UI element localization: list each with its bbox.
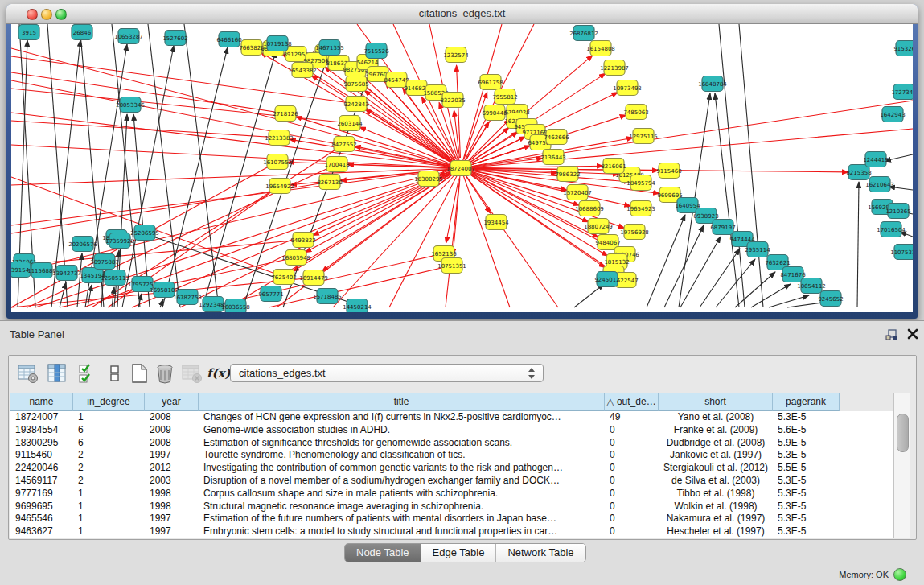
table-row[interactable]: 2242004622012Investigating the contribut…	[10, 462, 840, 475]
graph-node[interactable]: 1700418	[324, 157, 349, 172]
graph-node[interactable]: 12213987	[600, 60, 629, 76]
graph-node[interactable]: 7986322	[555, 167, 580, 182]
table-row[interactable]: 969969511998Structural magnetic resonanc…	[10, 501, 840, 513]
function-icon[interactable]: f(x)	[207, 362, 229, 385]
graph-node[interactable]: 12213383	[265, 130, 294, 146]
graph-node[interactable]: 1232574	[443, 47, 469, 63]
scrollbar-thumb[interactable]	[897, 414, 909, 452]
graph-node[interactable]: 20206576	[68, 237, 97, 252]
graph-node[interactable]: 17359928	[105, 233, 134, 249]
graph-node[interactable]: 1934454	[483, 215, 509, 230]
graph-node[interactable]: 8216061	[601, 159, 626, 174]
table-selector-dropdown[interactable]: citations_edges.txt	[230, 364, 544, 382]
graph-node[interactable]: 10975887	[90, 254, 119, 270]
graph-node[interactable]: 18300295	[414, 171, 443, 187]
graph-node[interactable]: 15720407	[563, 185, 592, 200]
graph-node[interactable]: 9657771	[258, 286, 283, 302]
network-view[interactable]: 8912954182260839827506165433828186328982…	[11, 24, 913, 312]
graph-node[interactable]: 16154808	[586, 41, 615, 56]
graph-node[interactable]: 19654922	[265, 179, 294, 194]
graph-node[interactable]: 20053346	[116, 97, 145, 113]
graph-node[interactable]: 18724007	[446, 161, 475, 176]
table-row[interactable]: 1872400712008Changes of HCN gene express…	[10, 411, 840, 424]
graph-node[interactable]: 10719138	[263, 36, 292, 51]
tab-node-table[interactable]: Node Table	[345, 544, 421, 562]
vertical-scrollbar[interactable]	[893, 393, 910, 538]
graph-node[interactable]: 8427552	[331, 137, 356, 152]
graph-node[interactable]: 16036558	[221, 299, 250, 313]
graph-node[interactable]: 2603144	[337, 116, 363, 131]
graph-node[interactable]: 1244419	[863, 152, 888, 167]
graph-node[interactable]: 7625402	[271, 270, 296, 285]
graph-node[interactable]: 7485063	[623, 105, 648, 120]
table-row[interactable]: 946554611997Estimation of the future num…	[10, 513, 840, 525]
table-columns-icon[interactable]	[46, 362, 68, 385]
graph-node[interactable]: 2935114	[745, 242, 770, 257]
graph-node[interactable]: 9245012	[594, 272, 619, 287]
table-row[interactable]: 1456911722003Disruption of a novel membe…	[10, 475, 840, 488]
table-row[interactable]: 1830029562008Estimation of significance …	[10, 437, 840, 450]
graph-node[interactable]: 25206595	[130, 225, 159, 241]
graph-node[interactable]: 6990448	[482, 105, 507, 121]
table-settings-icon[interactable]	[17, 362, 39, 385]
graph-node[interactable]: 2136443	[540, 150, 565, 165]
graph-node[interactable]: 1210365	[885, 204, 910, 219]
table-row[interactable]: 977716911998Corpus callosum shape and si…	[10, 488, 840, 501]
column-header-short[interactable]: short	[659, 393, 773, 411]
graph-node[interactable]: 6879197	[710, 220, 735, 235]
graph-node[interactable]: 16210643	[865, 177, 894, 192]
tab-network-table[interactable]: Network Table	[496, 544, 585, 562]
graph-node[interactable]: 1727342	[891, 84, 913, 100]
column-header-out-degree[interactable]: △ out_de…	[605, 393, 659, 411]
graph-node[interactable]: 8267130	[317, 175, 342, 190]
graph-node[interactable]: 12505113	[101, 270, 129, 286]
graph-node[interactable]: 9242843	[343, 97, 368, 112]
graph-node[interactable]: 14671355	[315, 40, 344, 56]
graph-node[interactable]: 16848784	[698, 76, 727, 92]
table-row[interactable]: 946362711997Embryonic stem cells: a mode…	[10, 525, 840, 538]
graph-node[interactable]: 2718126	[273, 106, 298, 122]
graph-node[interactable]: 10751351	[437, 258, 466, 274]
column-header-title[interactable]: title	[199, 393, 605, 411]
graph-node[interactable]: 26846	[72, 25, 92, 40]
graph-node[interactable]: 10653287	[114, 29, 143, 44]
graph-node[interactable]: 16107552	[263, 154, 292, 170]
graph-node[interactable]: 10654112	[797, 278, 826, 294]
graph-node[interactable]: 8322035	[440, 93, 465, 108]
graph-node[interactable]: 18495794	[626, 175, 655, 191]
trash-icon[interactable]	[154, 362, 176, 385]
network-window-titlebar[interactable]: citations_edges.txt	[6, 4, 918, 24]
graph-node[interactable]: 15718485	[313, 289, 342, 304]
close-panel-icon[interactable]	[906, 328, 919, 340]
graph-node[interactable]: 7515526	[363, 43, 389, 59]
float-panel-icon[interactable]	[885, 328, 899, 342]
table-row[interactable]: 911546021997Tourette syndrome. Phenomeno…	[10, 449, 840, 462]
graph-node[interactable]: 10973493	[613, 80, 642, 96]
graph-node[interactable]: 9493822	[290, 233, 315, 248]
graph-node[interactable]: 9115460	[656, 163, 681, 179]
graph-node[interactable]: 12975115	[629, 129, 658, 144]
graph-node[interactable]: 19654923	[626, 201, 655, 216]
tab-edge-table[interactable]: Edge Table	[421, 544, 497, 562]
graph-node[interactable]: 9875685	[343, 76, 368, 92]
graph-node[interactable]: 3915	[18, 25, 39, 40]
graph-node[interactable]: 1527602	[162, 31, 187, 46]
graph-node[interactable]: 16543382	[288, 63, 317, 78]
graph-node[interactable]: 19756928	[620, 225, 649, 240]
graph-node[interactable]: 13942737	[52, 266, 81, 281]
graph-node[interactable]: 16803948	[281, 250, 310, 266]
graph-node[interactable]: 9245652	[818, 291, 843, 307]
graph-node[interactable]: 17016504	[877, 222, 906, 237]
graph-node[interactable]: 6466160	[216, 32, 241, 47]
graph-node[interactable]: 10688609	[575, 201, 604, 216]
graph-node[interactable]: 9153262	[893, 41, 913, 56]
graph-node[interactable]: 16914479	[299, 270, 328, 286]
column-header-in-degree[interactable]: in_degree	[73, 393, 145, 411]
graph-node[interactable]: 11075338	[890, 245, 913, 260]
column-header-pagerank[interactable]: pagerank	[773, 393, 840, 411]
graph-node[interactable]: 18807249	[584, 219, 613, 234]
column-header-name[interactable]: name	[10, 393, 73, 411]
select-checks-icon[interactable]	[76, 362, 99, 385]
new-document-icon[interactable]	[128, 362, 150, 385]
rows-icon[interactable]	[104, 362, 126, 385]
